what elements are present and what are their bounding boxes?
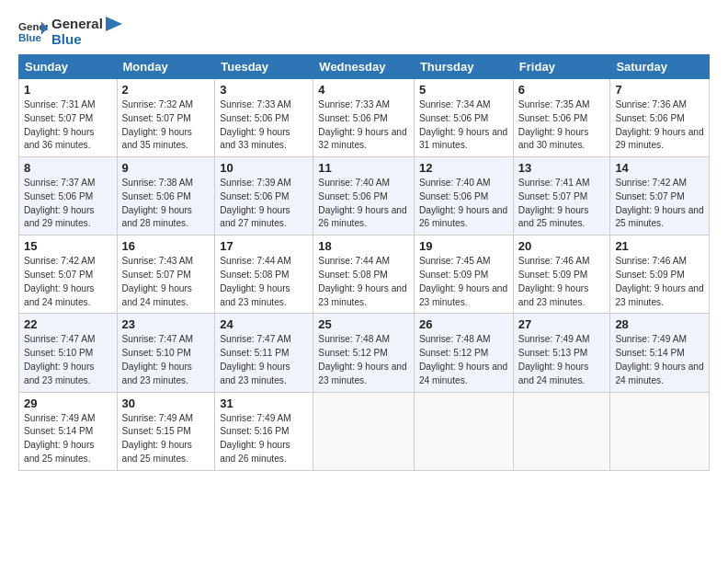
- day-info: Sunrise: 7:42 AM Sunset: 5:07 PM Dayligh…: [24, 255, 112, 309]
- sunrise-label: Sunrise: 7:37 AM: [24, 178, 96, 188]
- daylight-label: Daylight: 9 hours and 23 minutes.: [122, 362, 192, 385]
- sunrise-label: Sunrise: 7:33 AM: [220, 99, 291, 109]
- day-info: Sunrise: 7:49 AM Sunset: 5:14 PM Dayligh…: [615, 333, 704, 387]
- day-info: Sunrise: 7:49 AM Sunset: 5:14 PM Dayligh…: [24, 412, 112, 466]
- calendar-cell: 4 Sunrise: 7:33 AM Sunset: 5:06 PM Dayli…: [313, 79, 415, 157]
- daylight-label: Daylight: 9 hours and 30 minutes.: [518, 127, 588, 151]
- day-info: Sunrise: 7:47 AM Sunset: 5:10 PM Dayligh…: [24, 333, 112, 387]
- daylight-label: Daylight: 9 hours and 24 minutes.: [419, 362, 507, 385]
- day-number: 16: [122, 239, 210, 253]
- day-number: 6: [518, 83, 606, 97]
- day-number: 7: [615, 83, 704, 97]
- sunrise-label: Sunrise: 7:45 AM: [419, 256, 491, 266]
- day-number: 18: [318, 239, 409, 253]
- sunset-label: Sunset: 5:07 PM: [122, 270, 191, 280]
- daylight-label: Daylight: 9 hours and 23 minutes.: [615, 283, 703, 307]
- calendar-cell: [610, 392, 710, 470]
- daylight-label: Daylight: 9 hours and 35 minutes.: [122, 127, 192, 151]
- day-number: 5: [419, 83, 508, 97]
- sunset-label: Sunset: 5:09 PM: [419, 270, 488, 280]
- sunset-label: Sunset: 5:06 PM: [318, 113, 387, 123]
- day-info: Sunrise: 7:33 AM Sunset: 5:06 PM Dayligh…: [318, 98, 409, 153]
- sunset-label: Sunset: 5:06 PM: [518, 113, 587, 123]
- day-info: Sunrise: 7:32 AM Sunset: 5:07 PM Dayligh…: [122, 98, 210, 153]
- sunset-label: Sunset: 5:14 PM: [24, 426, 93, 436]
- calendar-cell: 28 Sunrise: 7:49 AM Sunset: 5:14 PM Dayl…: [610, 314, 710, 392]
- day-number: 27: [518, 317, 606, 331]
- daylight-label: Daylight: 9 hours and 29 minutes.: [24, 205, 94, 229]
- day-number: 19: [419, 239, 508, 253]
- sunrise-label: Sunrise: 7:49 AM: [220, 413, 291, 423]
- sunset-label: Sunset: 5:06 PM: [419, 113, 488, 123]
- calendar-week-1: 1 Sunrise: 7:31 AM Sunset: 5:07 PM Dayli…: [19, 79, 710, 157]
- calendar-cell: 24 Sunrise: 7:47 AM Sunset: 5:11 PM Dayl…: [215, 314, 313, 392]
- calendar-cell: [513, 392, 610, 470]
- daylight-label: Daylight: 9 hours and 33 minutes.: [220, 127, 290, 151]
- sunset-label: Sunset: 5:06 PM: [615, 113, 684, 123]
- day-info: Sunrise: 7:38 AM Sunset: 5:06 PM Dayligh…: [122, 177, 210, 231]
- sunset-label: Sunset: 5:09 PM: [615, 270, 684, 280]
- day-info: Sunrise: 7:49 AM Sunset: 5:13 PM Dayligh…: [518, 333, 606, 387]
- calendar-cell: 10 Sunrise: 7:39 AM Sunset: 5:06 PM Dayl…: [215, 157, 313, 236]
- calendar-cell: 15 Sunrise: 7:42 AM Sunset: 5:07 PM Dayl…: [19, 236, 118, 314]
- logo: General Blue General Blue: [18, 17, 124, 47]
- day-info: Sunrise: 7:37 AM Sunset: 5:06 PM Dayligh…: [24, 177, 112, 231]
- weekday-header-wednesday: Wednesday: [313, 55, 415, 79]
- daylight-label: Daylight: 9 hours and 24 minutes.: [24, 283, 94, 307]
- day-info: Sunrise: 7:44 AM Sunset: 5:08 PM Dayligh…: [318, 255, 409, 309]
- sunrise-label: Sunrise: 7:41 AM: [518, 178, 590, 188]
- sunrise-label: Sunrise: 7:44 AM: [220, 256, 291, 266]
- weekday-header-monday: Monday: [117, 55, 215, 79]
- weekday-header-tuesday: Tuesday: [215, 55, 313, 79]
- sunset-label: Sunset: 5:14 PM: [615, 348, 684, 358]
- sunset-label: Sunset: 5:08 PM: [318, 270, 387, 280]
- day-info: Sunrise: 7:34 AM Sunset: 5:06 PM Dayligh…: [419, 98, 508, 153]
- daylight-label: Daylight: 9 hours and 25 minutes.: [518, 205, 588, 229]
- day-info: Sunrise: 7:47 AM Sunset: 5:11 PM Dayligh…: [220, 333, 308, 387]
- calendar-week-3: 15 Sunrise: 7:42 AM Sunset: 5:07 PM Dayl…: [19, 236, 710, 314]
- sunrise-label: Sunrise: 7:49 AM: [24, 413, 96, 423]
- logo-blue: Blue: [51, 32, 103, 48]
- sunrise-label: Sunrise: 7:48 AM: [419, 334, 491, 344]
- calendar-cell: 20 Sunrise: 7:46 AM Sunset: 5:09 PM Dayl…: [513, 236, 610, 314]
- day-info: Sunrise: 7:49 AM Sunset: 5:16 PM Dayligh…: [220, 412, 308, 466]
- day-info: Sunrise: 7:47 AM Sunset: 5:10 PM Dayligh…: [122, 333, 210, 387]
- calendar-cell: 1 Sunrise: 7:31 AM Sunset: 5:07 PM Dayli…: [19, 79, 118, 157]
- sunrise-label: Sunrise: 7:33 AM: [318, 99, 390, 109]
- day-number: 10: [220, 161, 308, 175]
- day-info: Sunrise: 7:41 AM Sunset: 5:07 PM Dayligh…: [518, 177, 606, 231]
- svg-marker-3: [106, 17, 122, 31]
- sunset-label: Sunset: 5:06 PM: [24, 191, 93, 201]
- weekday-header-friday: Friday: [513, 55, 610, 79]
- day-info: Sunrise: 7:40 AM Sunset: 5:06 PM Dayligh…: [419, 177, 508, 231]
- calendar-cell: 30 Sunrise: 7:49 AM Sunset: 5:15 PM Dayl…: [117, 392, 215, 470]
- daylight-label: Daylight: 9 hours and 24 minutes.: [615, 362, 703, 385]
- calendar-cell: 13 Sunrise: 7:41 AM Sunset: 5:07 PM Dayl…: [513, 157, 610, 236]
- day-number: 17: [220, 239, 308, 253]
- day-number: 13: [518, 161, 606, 175]
- sunset-label: Sunset: 5:07 PM: [518, 191, 587, 201]
- daylight-label: Daylight: 9 hours and 23 minutes.: [318, 362, 406, 385]
- sunrise-label: Sunrise: 7:35 AM: [518, 99, 590, 109]
- day-info: Sunrise: 7:49 AM Sunset: 5:15 PM Dayligh…: [122, 412, 210, 466]
- day-number: 31: [220, 396, 308, 410]
- sunrise-label: Sunrise: 7:36 AM: [615, 99, 687, 109]
- sunrise-label: Sunrise: 7:31 AM: [24, 99, 96, 109]
- calendar-cell: 9 Sunrise: 7:38 AM Sunset: 5:06 PM Dayli…: [117, 157, 215, 236]
- sunset-label: Sunset: 5:11 PM: [220, 348, 289, 358]
- sunrise-label: Sunrise: 7:49 AM: [122, 413, 194, 423]
- day-info: Sunrise: 7:48 AM Sunset: 5:12 PM Dayligh…: [419, 333, 508, 387]
- calendar-cell: 5 Sunrise: 7:34 AM Sunset: 5:06 PM Dayli…: [414, 79, 513, 157]
- daylight-label: Daylight: 9 hours and 27 minutes.: [220, 205, 290, 229]
- sunset-label: Sunset: 5:06 PM: [220, 191, 289, 201]
- daylight-label: Daylight: 9 hours and 24 minutes.: [518, 362, 588, 385]
- day-number: 4: [318, 83, 409, 97]
- logo-icon: General Blue: [18, 19, 48, 45]
- calendar-week-2: 8 Sunrise: 7:37 AM Sunset: 5:06 PM Dayli…: [19, 157, 710, 236]
- calendar-cell: 3 Sunrise: 7:33 AM Sunset: 5:06 PM Dayli…: [215, 79, 313, 157]
- sunrise-label: Sunrise: 7:32 AM: [122, 99, 194, 109]
- svg-text:Blue: Blue: [18, 31, 42, 42]
- sunset-label: Sunset: 5:06 PM: [220, 113, 289, 123]
- calendar-cell: 21 Sunrise: 7:46 AM Sunset: 5:09 PM Dayl…: [610, 236, 710, 314]
- sunrise-label: Sunrise: 7:48 AM: [318, 334, 390, 344]
